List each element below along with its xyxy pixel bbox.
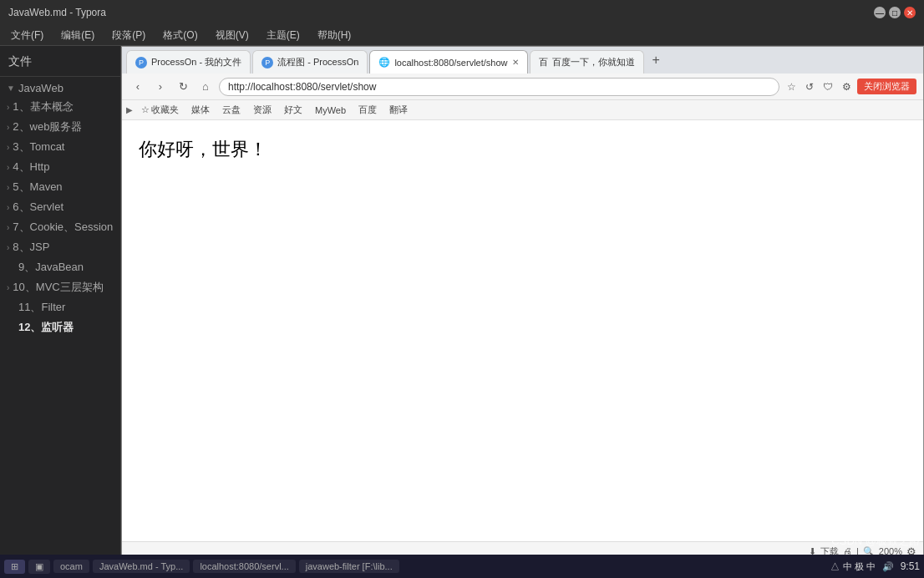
taskbar: ⊞ ▣ ocam JavaWeb.md - Typ... localhost:8… (0, 555, 924, 578)
item2-arrow: › (7, 123, 9, 132)
back-button[interactable]: ‹ (129, 78, 147, 96)
item4-arrow: › (7, 163, 9, 172)
item10-arrow: › (7, 283, 9, 292)
item8-arrow: › (7, 243, 9, 252)
bookmark-baidu-label: 百度 (358, 104, 377, 116)
close-browser-button[interactable]: 关闭浏览器 (857, 79, 916, 94)
item9-label: 9、JavaBean (18, 260, 84, 275)
sidebar-javaweb[interactable]: ▼ JavaWeb (0, 79, 120, 97)
browser-toolbar: ‹ › ↻ ⌂ ☆ ↺ 🛡 ⚙ 关闭浏览器 (122, 74, 923, 100)
taskbar-right: △ 中 极 中 🔊 9:51 (830, 560, 920, 573)
browser-actions: ☆ ↺ 🛡 ⚙ 关闭浏览器 (784, 79, 916, 94)
bookmark-favorites-label: 收藏夹 (151, 104, 179, 116)
menu-help[interactable]: 帮助(H) (311, 27, 358, 44)
bookmark-articles[interactable]: 好文 (280, 102, 307, 118)
tab-baidu-label: 百度一下，你就知道 (552, 56, 635, 68)
sidebar-item-2[interactable]: › 2、web服务器 (0, 117, 120, 137)
tab-processon-files-icon: P (135, 57, 147, 68)
title-bar: JavaWeb.md - Typora — □ ✕ (0, 0, 924, 25)
menu-bar: 文件(F) 编辑(E) 段落(P) 格式(O) 视图(V) 主题(E) 帮助(H… (0, 25, 924, 46)
tab-localhost[interactable]: 🌐 localhost:8080/servlet/show ✕ (369, 50, 527, 74)
volume-icon[interactable]: 🔊 (882, 561, 894, 572)
menu-theme[interactable]: 主题(E) (260, 27, 307, 44)
tab-processon-files[interactable]: P ProcessOn - 我的文件 (126, 50, 251, 74)
item6-arrow: › (7, 203, 9, 212)
page-indicator: ▶ (126, 105, 133, 114)
item7-arrow: › (7, 223, 9, 232)
item7-label: 7、Cookie、Session (13, 220, 113, 235)
bookmark-myweb[interactable]: MyWeb (311, 104, 350, 117)
sidebar-item-7[interactable]: › 7、Cookie、Session (0, 217, 120, 237)
bookmark-translate-label: 翻译 (389, 104, 408, 116)
tab-processon-flowchart[interactable]: P 流程图 - ProcessOn (252, 50, 368, 74)
sidebar-item-3[interactable]: › 3、Tomcat (0, 137, 120, 157)
tab-add-button[interactable]: + (646, 53, 667, 68)
sidebar-item-10[interactable]: › 10、MVC三层架构 (0, 277, 120, 297)
sidebar-item-8[interactable]: › 8、JSP (0, 237, 120, 257)
item3-label: 3、Tomcat (13, 139, 64, 155)
item2-label: 2、web服务器 (13, 119, 82, 134)
sidebar-item-11[interactable]: 11、Filter (0, 297, 120, 317)
bookmark-media-label: 媒体 (191, 104, 210, 116)
content-area: P ProcessOn - 我的文件 P 流程图 - ProcessOn 🌐 l… (121, 46, 924, 578)
bookmark-cloud[interactable]: 云盘 (218, 102, 245, 118)
refresh-icon[interactable]: ↺ (802, 79, 817, 94)
home-button[interactable]: ⌂ (196, 78, 215, 96)
sidebar-divider (0, 76, 120, 77)
menu-file[interactable]: 文件(F) (4, 27, 50, 44)
tab-localhost-label: localhost:8080/servlet/show (394, 58, 507, 68)
sidebar-item-9[interactable]: 9、JavaBean (0, 257, 120, 277)
sidebar-item-1[interactable]: › 1、基本概念 (0, 97, 120, 117)
tab-localhost-icon: 🌐 (378, 57, 390, 68)
settings-icon[interactable]: ⚙ (839, 79, 855, 94)
taskbar-taskview[interactable]: ▣ (28, 560, 50, 574)
system-time: 9:51 (901, 560, 920, 572)
close-button[interactable]: ✕ (904, 7, 916, 18)
sidebar-item-6[interactable]: › 6、Servlet (0, 197, 120, 217)
address-bar[interactable] (219, 78, 779, 96)
sidebar-item-5[interactable]: › 5、Maven (0, 177, 120, 197)
javaweb-label: JavaWeb (18, 82, 63, 94)
item4-label: 4、Http (13, 160, 49, 175)
browser-content: 你好呀，世界！ (122, 120, 923, 541)
menu-paragraph[interactable]: 段落(P) (105, 27, 152, 44)
item11-label: 11、Filter (18, 300, 65, 315)
bookmark-favorites[interactable]: ☆ 收藏夹 (137, 102, 183, 118)
taskbar-start[interactable]: ⊞ (4, 560, 25, 574)
bookmarks-bar: ▶ ☆ 收藏夹 媒体 云盘 资源 好文 MyWeb (122, 100, 923, 120)
minimize-button[interactable]: — (874, 7, 886, 18)
app-title: JavaWeb.md - Typora (8, 7, 106, 18)
refresh-button[interactable]: ↻ (174, 78, 192, 96)
bookmark-baidu[interactable]: 百度 (354, 102, 381, 118)
maximize-button[interactable]: □ (889, 7, 901, 18)
item10-label: 10、MVC三层架构 (13, 280, 103, 295)
bookmark-media[interactable]: 媒体 (187, 102, 214, 118)
shield-icon[interactable]: 🛡 (820, 79, 836, 94)
tab-processon-flowchart-icon: P (261, 57, 273, 68)
item8-label: 8、JSP (13, 240, 49, 255)
taskbar-ocam[interactable]: ocam (53, 560, 89, 573)
menu-edit[interactable]: 编辑(E) (54, 27, 101, 44)
taskbar-javaweb[interactable]: JavaWeb.md - Typ... (93, 560, 190, 573)
bookmark-articles-label: 好文 (284, 104, 302, 116)
system-tray-icons: △ 中 极 中 (830, 560, 875, 573)
watermark: CSDN @极致之路 (831, 534, 920, 549)
bookmark-resources[interactable]: 资源 (249, 102, 276, 118)
bookmark-translate[interactable]: 翻译 (385, 102, 412, 118)
browser-tabs: P ProcessOn - 我的文件 P 流程图 - ProcessOn 🌐 l… (122, 47, 923, 74)
taskbar-javaweb-filter[interactable]: javaweb-filter [F:\lib... (299, 560, 399, 573)
tab-processon-flowchart-label: 流程图 - ProcessOn (277, 56, 358, 68)
window-controls: — □ ✕ (874, 7, 916, 18)
menu-view[interactable]: 视图(V) (209, 27, 256, 44)
tab-close-icon[interactable]: ✕ (512, 58, 519, 67)
tab-processon-files-label: ProcessOn - 我的文件 (151, 56, 241, 68)
taskbar-localhost[interactable]: localhost:8080/servl... (193, 560, 295, 573)
menu-format[interactable]: 格式(O) (156, 27, 204, 44)
tab-baidu-icon: 百 (539, 56, 548, 68)
bookmark-icon[interactable]: ☆ (784, 79, 800, 94)
taskbar-left: ⊞ ▣ ocam JavaWeb.md - Typ... localhost:8… (4, 560, 399, 574)
tab-baidu[interactable]: 百 百度一下，你就知道 (530, 50, 644, 74)
forward-button[interactable]: › (151, 78, 170, 96)
sidebar-item-12[interactable]: 12、监听器 (0, 317, 120, 337)
sidebar-item-4[interactable]: › 4、Http (0, 157, 120, 177)
